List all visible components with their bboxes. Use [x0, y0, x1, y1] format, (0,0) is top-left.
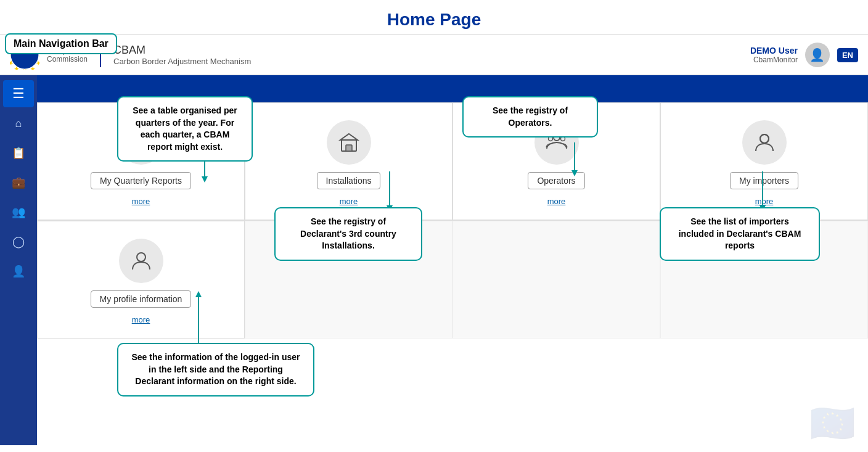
top-navigation-bar: European Commission CBAM Carbon Border A… [0, 35, 868, 75]
operators-label[interactable]: Operators [528, 172, 584, 189]
arrow-operators [573, 142, 576, 176]
sidebar-item-operators[interactable]: 👥 [3, 199, 34, 226]
sidebar-item-menu[interactable]: ☰ [3, 80, 34, 107]
svg-rect-24 [346, 145, 352, 151]
card-installations[interactable]: Installations more [245, 102, 452, 220]
importers-label[interactable]: My importers [730, 172, 798, 189]
svg-point-31 [137, 253, 145, 261]
card-importers[interactable]: My importers more [660, 102, 868, 220]
sidebar-item-installations[interactable]: 💼 [3, 169, 34, 196]
tooltip-quarterly: See a table organised per quarters of th… [117, 96, 253, 162]
user-role: CbamMonitor [753, 55, 798, 64]
installations-label[interactable]: Installations [317, 172, 381, 189]
user-area: DEMO User CbamMonitor 👤 EN [750, 43, 858, 67]
tooltip-importers: See the list of importers included in De… [660, 207, 820, 261]
user-name: DEMO User [750, 46, 798, 55]
app-subtitle: Carbon Border Adjustment Mechanism [113, 57, 251, 66]
sidebar: ☰ ⌂ 📋 💼 👥 ◯ 👤 [0, 75, 37, 445]
card-profile[interactable]: My profile information more [37, 221, 245, 339]
user-avatar[interactable]: 👤 [805, 43, 830, 67]
quarterly-reports-more[interactable]: more [132, 197, 150, 206]
operators-more[interactable]: more [547, 197, 566, 206]
installations-more[interactable]: more [340, 197, 358, 206]
profile-label[interactable]: My profile information [91, 290, 192, 308]
page-title: Home Page [0, 0, 868, 35]
main-layout: ☰ ⌂ 📋 💼 👥 ◯ 👤 [0, 75, 868, 445]
tooltip-operators: See the registry of Operators. [462, 96, 598, 138]
svg-marker-7 [22, 69, 27, 70]
arrow-importers [761, 171, 764, 210]
nav-bar-annotation: Main Navigation Bar [5, 33, 117, 54]
eu-watermark: 🇪🇺 [809, 401, 856, 445]
tooltip-installations: See the registry of Declarant's 3rd coun… [274, 207, 422, 261]
importers-more[interactable]: more [755, 197, 774, 206]
app-name: CBAM Carbon Border Adjustment Mechanism [113, 44, 251, 66]
user-info: DEMO User CbamMonitor [750, 46, 798, 64]
lang-selector[interactable]: EN [837, 48, 858, 62]
quarterly-reports-label[interactable]: My Quarterly Reports [91, 172, 191, 189]
sidebar-item-profile[interactable]: ◯ [3, 228, 34, 255]
sidebar-item-home[interactable]: ⌂ [3, 110, 34, 137]
arrow-profile [197, 291, 200, 345]
svg-point-30 [760, 134, 769, 143]
profile-more[interactable]: more [132, 315, 150, 324]
arrow-installations [388, 171, 391, 210]
profile-icon [119, 239, 163, 283]
empty-card-3 [452, 221, 660, 339]
app-title: CBAM [113, 44, 251, 57]
svg-marker-25 [340, 134, 358, 140]
sidebar-item-reports[interactable]: 📋 [3, 139, 34, 166]
installations-icon [327, 120, 371, 165]
tooltip-profile: See the information of the logged-in use… [117, 343, 314, 397]
sidebar-item-access[interactable]: 👤 [3, 258, 34, 285]
importers-icon [742, 120, 787, 165]
content-area: My Quarterly Reports more Installations … [37, 102, 868, 445]
